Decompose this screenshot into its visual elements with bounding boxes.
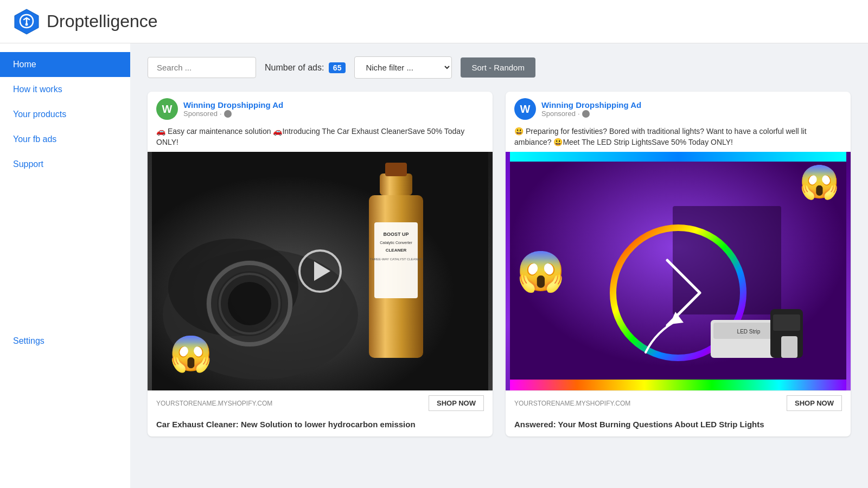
sidebar-item-settings[interactable]: Settings [0, 329, 130, 354]
svg-rect-29 [781, 336, 797, 358]
svg-text:LED Strip: LED Strip [737, 329, 761, 335]
card-product-title-led: Answered: Your Most Burning Questions Ab… [506, 415, 851, 436]
shocked-emoji-led-corner: 😱 [799, 163, 840, 201]
toolbar: Number of ads: 65 Niche filter ... Autom… [148, 56, 851, 79]
shop-now-button-led[interactable]: SHOP NOW [787, 395, 842, 411]
svg-point-7 [228, 282, 271, 325]
play-button[interactable] [298, 249, 342, 293]
svg-text:CLEANER: CLEANER [386, 248, 407, 253]
svg-text:Catalytic Converter: Catalytic Converter [380, 241, 412, 245]
sort-random-button[interactable]: Sort - Random [461, 57, 535, 78]
svg-text:THREE-WAY CATALYST CLEANER: THREE-WAY CATALYST CLEANER [370, 258, 423, 261]
search-input[interactable] [148, 57, 256, 78]
globe-icon-car [224, 110, 232, 118]
card-footer-led: YOURSTORENAME.MYSHOPIFY.COM SHOP NOW [506, 390, 851, 415]
ad-card-led: W Winning Dropshipping Ad Sponsored · 😃 … [506, 92, 851, 436]
store-url-led: YOURSTORENAME.MYSHOPIFY.COM [514, 400, 630, 407]
svg-rect-20 [510, 380, 846, 390]
card-image-car: BOOST UP Catalytic Converter CLEANER THR… [148, 152, 493, 390]
svg-rect-10 [380, 174, 412, 195]
logo-text: Droptelligence [47, 11, 158, 31]
sidebar-item-your-fb-ads[interactable]: Your fb ads [0, 127, 130, 152]
sidebar-item-how-it-works[interactable]: How it works [0, 77, 130, 102]
niche-filter-select[interactable]: Niche filter ... Automotive Home & Garde… [354, 56, 452, 79]
card-title-led: Winning Dropshipping Ad [541, 100, 842, 110]
card-meta-led: Winning Dropshipping Ad Sponsored · [541, 100, 842, 118]
shocked-emoji-car: 😱 [169, 333, 213, 374]
shocked-emoji-led-left: 😱 [516, 248, 565, 294]
main-content: Number of ads: 65 Niche filter ... Autom… [130, 43, 868, 488]
logo-container: Droptelligence [13, 8, 158, 35]
card-sponsored-led: Sponsored · [541, 110, 842, 118]
cards-grid: W Winning Dropshipping Ad Sponsored · 🚗 … [148, 92, 851, 436]
svg-rect-17 [385, 163, 407, 176]
led-ad-visual: LED Strip 😱 😱 [506, 152, 851, 390]
card-header-led: W Winning Dropshipping Ad Sponsored · [506, 92, 851, 124]
svg-rect-21 [673, 206, 781, 314]
header: Droptelligence [0, 0, 868, 43]
store-url-car: YOURSTORENAME.MYSHOPIFY.COM [156, 400, 272, 407]
avatar-led: W [514, 98, 536, 120]
sidebar-item-your-products[interactable]: Your products [0, 102, 130, 127]
svg-rect-19 [510, 152, 846, 162]
svg-point-1 [25, 23, 28, 25]
globe-icon-led [582, 110, 590, 118]
main-layout: Home How it works Your products Your fb … [0, 43, 868, 488]
card-sponsored-car: Sponsored · [183, 110, 484, 118]
ads-count-badge: 65 [329, 62, 346, 73]
card-footer-car: YOURSTORENAME.MYSHOPIFY.COM SHOP NOW [148, 390, 493, 415]
shop-now-button-car[interactable]: SHOP NOW [429, 395, 484, 411]
play-triangle-icon [314, 261, 330, 281]
sidebar-item-home[interactable]: Home [0, 52, 130, 77]
card-header-car: W Winning Dropshipping Ad Sponsored · [148, 92, 493, 124]
card-image-led: LED Strip 😱 😱 [506, 152, 851, 390]
card-meta-car: Winning Dropshipping Ad Sponsored · [183, 100, 484, 118]
card-product-title-car: Car Exhaust Cleaner: New Solution to low… [148, 415, 493, 436]
svg-rect-28 [773, 314, 800, 331]
card-title-car: Winning Dropshipping Ad [183, 100, 484, 110]
avatar-car: W [156, 98, 178, 120]
sidebar: Home How it works Your products Your fb … [0, 43, 130, 488]
car-ad-visual: BOOST UP Catalytic Converter CLEANER THR… [148, 152, 493, 390]
svg-text:BOOST UP: BOOST UP [383, 232, 409, 237]
card-description-led: 😃 Preparing for festivities? Bored with … [506, 124, 851, 152]
droptelligence-logo-icon [13, 8, 40, 35]
sidebar-spacer [0, 177, 130, 329]
ads-count-label: Number of ads: 65 [265, 62, 346, 73]
sidebar-item-support[interactable]: Support [0, 152, 130, 177]
card-description-car: 🚗 Easy car maintenance solution 🚗Introdu… [148, 124, 493, 152]
ad-card-car: W Winning Dropshipping Ad Sponsored · 🚗 … [148, 92, 493, 436]
